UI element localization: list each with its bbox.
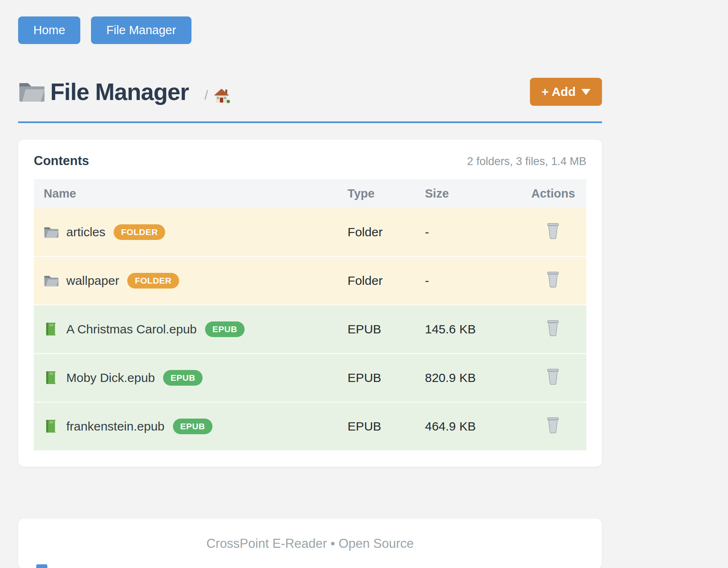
trash-icon [546,319,560,336]
breadcrumb: / [204,87,230,104]
partial-element-bottom-edge [36,564,47,568]
type-cell: EPUB [338,402,415,450]
table-row[interactable]: frankenstein.epub EPUB EPUB 464.9 KB [34,402,586,450]
green-book-icon [44,371,58,385]
column-header-actions: Actions [520,179,586,208]
size-cell: 464.9 KB [415,402,520,450]
footer-text: CrossPoint E-Reader • Open Source [206,536,414,551]
size-cell: 820.9 KB [415,354,520,402]
trash-icon [546,271,560,288]
trash-icon [546,222,560,239]
page-header: File Manager / + Add [18,73,602,111]
file-name[interactable]: frankenstein.epub [66,419,165,433]
size-cell: 145.6 KB [415,305,520,354]
delete-button[interactable] [546,222,560,240]
table-row[interactable]: Moby Dick.epub EPUB EPUB 820.9 KB [34,354,586,402]
page-title: File Manager [50,78,189,105]
file-name[interactable]: Moby Dick.epub [66,371,155,385]
file-manager-button[interactable]: File Manager [91,16,191,44]
green-book-icon [44,322,58,336]
type-badge: EPUB [163,370,203,386]
file-name[interactable]: articles [66,225,105,239]
delete-button[interactable] [546,417,560,435]
table-header-row: Name Type Size Actions [34,179,586,208]
breadcrumb-separator: / [204,88,208,103]
file-table: Name Type Size Actions articles FOLDER F… [34,179,586,450]
home-icon[interactable] [213,87,230,104]
table-row[interactable]: A Christmas Carol.epub EPUB EPUB 145.6 K… [34,305,586,354]
type-badge: FOLDER [114,224,165,240]
trash-icon [546,368,560,385]
table-row[interactable]: articles FOLDER Folder - [34,208,586,256]
folder-icon [44,225,58,239]
delete-button[interactable] [546,368,560,386]
size-cell: - [415,256,520,305]
type-cell: EPUB [338,354,415,402]
top-nav: Home File Manager [18,0,602,44]
page-content: Home File Manager File Manager / + Add C… [18,0,602,568]
add-button[interactable]: + Add [530,78,602,106]
panel-title: Contents [34,154,89,168]
type-badge: EPUB [173,419,212,434]
add-button-label: + Add [541,85,576,99]
folder-icon [18,80,44,103]
table-row[interactable]: wallpaper FOLDER Folder - [34,256,586,305]
green-book-icon [44,419,58,433]
column-header-name: Name [34,179,338,208]
delete-button[interactable] [546,319,560,338]
column-header-size: Size [415,179,520,208]
contents-summary: 2 folders, 3 files, 1.4 MB [467,155,586,168]
type-badge: EPUB [205,321,245,337]
file-name[interactable]: A Christmas Carol.epub [66,322,197,336]
type-cell: Folder [338,256,415,305]
type-cell: EPUB [338,305,415,354]
accent-divider [18,121,602,123]
caret-down-icon [581,89,590,95]
file-name[interactable]: wallpaper [66,274,119,288]
folder-icon [44,274,58,288]
column-header-type: Type [338,179,415,208]
delete-button[interactable] [546,271,560,289]
footer: CrossPoint E-Reader • Open Source [18,519,602,568]
type-badge: FOLDER [127,273,179,289]
home-button[interactable]: Home [18,16,80,44]
size-cell: - [415,208,520,256]
type-cell: Folder [338,208,415,256]
contents-panel: Contents 2 folders, 3 files, 1.4 MB Name… [18,140,602,467]
trash-icon [546,417,560,433]
